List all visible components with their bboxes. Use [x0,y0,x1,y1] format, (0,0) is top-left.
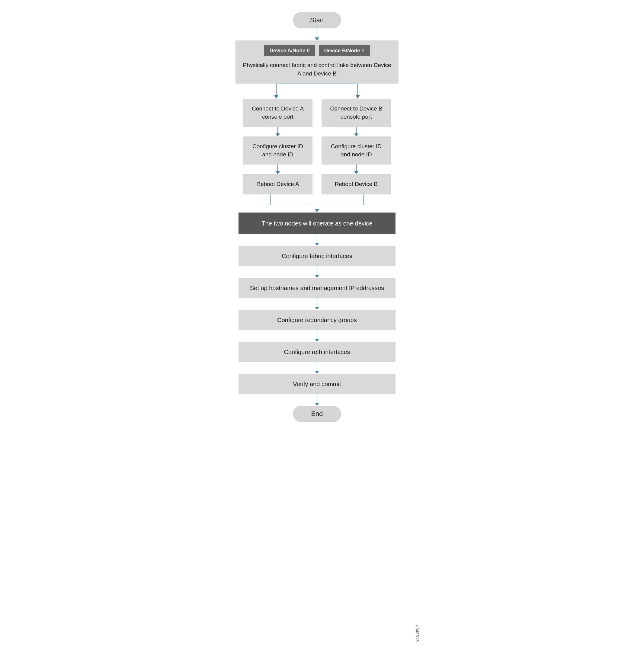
step2b-block: Connect to Device B console port [322,99,391,127]
step8-block: Configure redundancy groups [238,310,396,330]
step2a-block: Connect to Device A console port [243,99,312,127]
node-b-badge: Device B/Node 1 [319,45,370,56]
step1-block: Device A/Node 0 Device B/Node 1 Physical… [235,41,399,83]
start-node: Start [293,12,341,28]
arrow-2b [354,127,358,137]
arrow-3a [276,165,280,174]
svg-marker-1 [274,95,278,99]
step4b-block: Reboot Device B [322,174,391,194]
step3b-block: Configure cluster ID and node ID [322,137,391,165]
arrow-10 [315,394,319,406]
step9-block: Configure reth interfaces [238,342,396,362]
svg-marker-3 [356,95,360,99]
arrow-6 [315,266,319,278]
arrow-9 [315,362,319,374]
arrow-7 [315,298,319,310]
two-col-section: Connect to Device A console port Configu… [243,99,391,194]
arrow-2a [276,127,280,137]
step4a-block: Reboot Device A [243,174,312,194]
split-arrows [235,83,399,99]
step1-text: Physically connect fabric and control li… [235,61,399,78]
step5-block: The two nodes will operate as one device [238,213,396,234]
step6-block: Configure fabric interfaces [238,246,396,266]
node-a-badge: Device A/Node 0 [264,45,315,56]
arrow-8 [315,330,319,342]
arrow-1 [315,28,319,41]
end-node: End [293,406,341,422]
step7-block: Set up hostnames and management IP addre… [238,278,396,298]
step10-block: Verify and commit [238,374,396,394]
arrow-3b [354,165,358,174]
col-left: Connect to Device A console port Configu… [243,99,312,194]
merge-arrows [235,194,399,213]
svg-marker-11 [315,209,319,213]
step3a-block: Configure cluster ID and node ID [243,137,312,165]
arrow-5 [315,234,319,246]
watermark: g043313 [415,625,420,642]
col-right: Connect to Device B console port Configu… [322,99,391,194]
diagram-container: Start Device A/Node 0 Device B/Node 1 Ph… [211,12,423,654]
